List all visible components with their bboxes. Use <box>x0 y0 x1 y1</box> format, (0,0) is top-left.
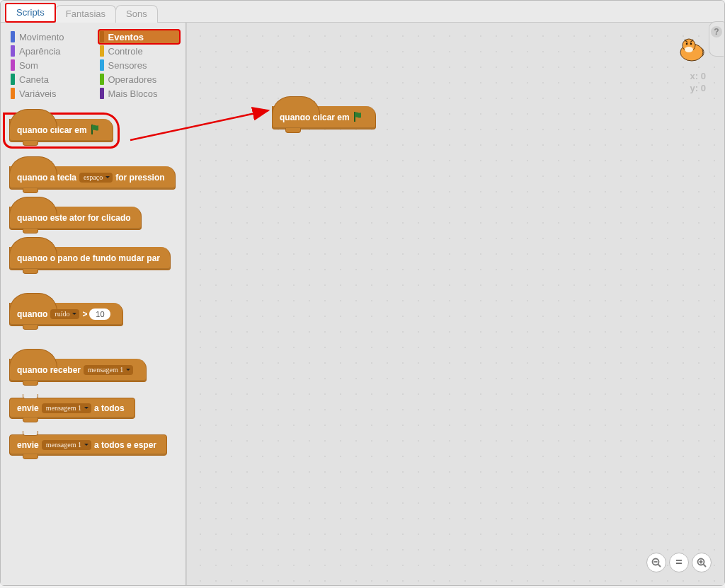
block-label: quando clicar em <box>280 113 350 122</box>
swatch <box>11 45 15 57</box>
swatch <box>100 59 104 71</box>
svg-point-4 <box>685 47 693 52</box>
category-label: Variáveis <box>19 88 57 99</box>
category-label: Operadores <box>108 74 157 85</box>
category-label: Movimento <box>19 32 64 42</box>
block-label: quando este ator for clicado <box>17 214 131 222</box>
blocks-list: quando clicar em quando a tecla espaço f… <box>1 105 185 585</box>
category-motion[interactable]: Movimento <box>9 30 91 44</box>
swatch <box>11 74 15 85</box>
block-label: > <box>82 310 87 318</box>
category-operators[interactable]: Operadores <box>98 72 181 86</box>
zoom-reset-button[interactable]: = <box>669 553 689 572</box>
message-dropdown[interactable]: mensagem 1 <box>42 440 91 450</box>
block-label: envie <box>17 404 39 413</box>
category-sensing[interactable]: Sensores <box>98 58 181 72</box>
block-when-receive[interactable]: quando receber mensagem 1 <box>9 359 147 382</box>
category-label: Sensores <box>108 60 147 71</box>
category-label: Mais Blocos <box>108 88 158 99</box>
category-pen[interactable]: Caneta <box>9 72 91 86</box>
category-sound[interactable]: Som <box>9 58 91 72</box>
green-flag-icon <box>90 123 103 137</box>
tab-scripts[interactable]: Scripts <box>5 3 56 23</box>
block-when-backdrop-switches[interactable]: quando o pano de fundo mudar par <box>9 247 171 270</box>
swatch <box>11 59 15 71</box>
swatch <box>100 74 104 85</box>
block-when-sprite-clicked[interactable]: quando este ator for clicado <box>9 207 142 230</box>
block-label: quando a tecla <box>17 173 76 182</box>
zoom-in-button[interactable] <box>692 553 712 572</box>
category-label: Eventos <box>108 32 144 42</box>
category-label: Aparência <box>19 46 61 57</box>
category-events[interactable]: Eventos <box>98 30 181 44</box>
block-broadcast[interactable]: envie mensagem 1 a todos <box>9 398 135 419</box>
svg-point-3 <box>690 43 692 45</box>
scripts-area[interactable]: x: 0 y: 0 quando clicar em = <box>186 23 724 585</box>
help-drawer[interactable]: ? <box>709 21 724 57</box>
message-dropdown[interactable]: mensagem 1 <box>84 365 133 375</box>
svg-line-7 <box>658 565 661 567</box>
sprite-thumbnail <box>675 33 709 67</box>
category-label: Som <box>19 60 38 71</box>
placed-script[interactable]: quando clicar em <box>272 102 376 134</box>
block-label: a todos <box>94 404 125 413</box>
block-when-key-pressed[interactable]: quando a tecla espaço for pression <box>9 166 176 190</box>
swatch <box>100 88 104 99</box>
help-icon: ? <box>711 26 722 38</box>
block-broadcast-wait[interactable]: envie mensagem 1 a todos e esper <box>9 434 167 456</box>
zoom-controls: = <box>646 553 712 572</box>
mouse-coords: x: 0 y: 0 <box>690 71 706 95</box>
threshold-input[interactable]: 10 <box>89 309 110 320</box>
category-looks[interactable]: Aparência <box>9 44 91 58</box>
category-label: Controle <box>108 46 143 57</box>
category-control[interactable]: Controle <box>98 44 181 58</box>
block-when-sensor[interactable]: quando ruído > 10 <box>9 303 123 326</box>
block-label: quando o pano de fundo mudar par <box>17 254 160 263</box>
category-grid: Movimento Eventos Aparência Controle Som… <box>1 23 185 105</box>
zoom-out-button[interactable] <box>646 553 666 572</box>
category-more[interactable]: Mais Blocos <box>98 86 181 100</box>
category-label: Caneta <box>19 74 49 85</box>
swatch <box>100 45 104 57</box>
block-palette: Movimento Eventos Aparência Controle Som… <box>1 23 186 585</box>
swatch <box>100 31 104 42</box>
svg-line-10 <box>704 565 707 567</box>
block-label: quando <box>17 310 47 318</box>
block-label: for pression <box>115 173 164 182</box>
block-label: quando clicar em <box>17 126 87 134</box>
tab-sounds[interactable]: Sons <box>115 5 158 23</box>
swatch <box>11 31 15 42</box>
block-label: a todos e esper <box>94 441 156 449</box>
green-flag-icon <box>353 110 365 125</box>
sensor-dropdown[interactable]: ruído <box>50 309 79 319</box>
block-when-flag-clicked[interactable]: quando clicar em <box>272 106 376 129</box>
block-label: envie <box>17 441 39 449</box>
swatch <box>11 88 15 99</box>
message-dropdown[interactable]: mensagem 1 <box>42 403 91 413</box>
tabs-bar: Scripts Fantasias Sons <box>1 1 724 22</box>
tab-costumes[interactable]: Fantasias <box>55 5 116 23</box>
key-dropdown[interactable]: espaço <box>79 173 113 183</box>
block-label: quando receber <box>17 366 81 374</box>
svg-point-2 <box>686 43 688 45</box>
category-data[interactable]: Variáveis <box>9 86 91 100</box>
block-when-flag-clicked[interactable]: quando clicar em <box>9 119 113 142</box>
